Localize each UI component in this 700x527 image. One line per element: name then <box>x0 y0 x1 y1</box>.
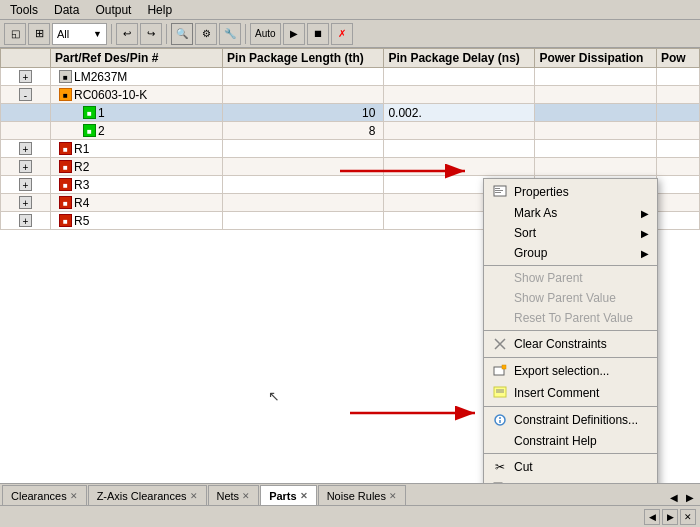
table-row[interactable]: ■ 1 10 0.002. <box>1 104 700 122</box>
ctx-label: Sort <box>514 226 536 240</box>
toolbar-btn-3[interactable]: ↩ <box>116 23 138 45</box>
menu-tools[interactable]: Tools <box>2 1 46 19</box>
expand-btn[interactable]: + <box>19 70 32 83</box>
table-row[interactable]: + ■ LM2637M <box>1 68 700 86</box>
submenu-arrow-icon: ▶ <box>641 228 649 239</box>
toolbar-btn-auto[interactable]: Auto <box>250 23 281 45</box>
ctx-label: Show Parent <box>514 271 583 285</box>
part-cell: ■ R1 <box>55 142 218 156</box>
col-delay: Pin Package Delay (ns) <box>384 49 535 68</box>
part-icon: ■ <box>59 70 72 83</box>
tab-x-icon[interactable]: ✕ <box>242 491 250 501</box>
status-icons: ◀ ▶ ✕ <box>644 509 696 525</box>
part-name: R2 <box>74 160 89 174</box>
toolbar: ◱ ⊞ All▼ ↩ ↪ 🔍 ⚙ 🔧 Auto ▶ ⏹ ✗ <box>0 20 700 48</box>
res-icon: ■ <box>59 160 72 173</box>
toolbar-btn-1[interactable]: ◱ <box>4 23 26 45</box>
expand-btn[interactable]: - <box>19 88 32 101</box>
cursor: ↖ <box>268 388 280 404</box>
pin-name: 2 <box>98 124 105 138</box>
ctx-item-export-selection[interactable]: Export selection... <box>484 360 657 382</box>
toolbar-btn-4[interactable]: ↪ <box>140 23 162 45</box>
part-cell: ■ R3 <box>55 178 218 192</box>
col-power: Power Dissipation <box>535 49 657 68</box>
status-btn-2[interactable]: ▶ <box>662 509 678 525</box>
expand-btn[interactable]: + <box>19 214 32 227</box>
table-row[interactable]: ■ 2 8 <box>1 122 700 140</box>
part-cell: ■ RC0603-10-K <box>55 88 218 102</box>
tab-clearances[interactable]: Clearances ✕ <box>2 485 87 505</box>
pin-icon: ■ <box>83 106 96 119</box>
status-btn-1[interactable]: ◀ <box>644 509 660 525</box>
ctx-label: Export selection... <box>514 364 609 378</box>
tab-x-icon[interactable]: ✕ <box>70 491 78 501</box>
ctx-item-copy[interactable]: Copy <box>484 478 657 483</box>
properties-icon <box>492 184 508 200</box>
ctx-item-reset-parent-value[interactable]: Reset To Parent Value <box>484 308 657 328</box>
ctx-item-constraint-help[interactable]: Constraint Help <box>484 431 657 451</box>
toolbar-btn-7[interactable]: 🔧 <box>219 23 241 45</box>
status-btn-3[interactable]: ✕ <box>680 509 696 525</box>
ctx-label: Properties <box>514 185 569 199</box>
menu-output[interactable]: Output <box>87 1 139 19</box>
cut-icon: ✂ <box>492 459 508 475</box>
ctx-label: Clear Constraints <box>514 337 607 351</box>
table-row[interactable]: - ■ RC0603-10-K <box>1 86 700 104</box>
ctx-item-sort[interactable]: Sort ▶ <box>484 223 657 243</box>
res-icon: ■ <box>59 178 72 191</box>
part-cell: ■ R2 <box>55 160 218 174</box>
tab-x-icon[interactable]: ✕ <box>300 491 308 501</box>
toolbar-btn-8[interactable]: ▶ <box>283 23 305 45</box>
tab-noise-rules[interactable]: Noise Rules ✕ <box>318 485 406 505</box>
svg-point-12 <box>499 417 501 419</box>
toolbar-btn-5[interactable]: 🔍 <box>171 23 193 45</box>
bottom-tabs: Clearances ✕ Z-Axis Clearances ✕ Nets ✕ … <box>0 483 700 505</box>
menu-help[interactable]: Help <box>139 1 180 19</box>
expand-btn[interactable]: + <box>19 142 32 155</box>
ctx-item-insert-comment[interactable]: Insert Comment <box>484 382 657 404</box>
ctx-item-show-parent-value[interactable]: Show Parent Value <box>484 288 657 308</box>
tab-parts[interactable]: Parts ✕ <box>260 485 317 505</box>
ctx-item-show-parent[interactable]: Show Parent <box>484 268 657 288</box>
tab-z-axis[interactable]: Z-Axis Clearances ✕ <box>88 485 207 505</box>
part-name: R4 <box>74 196 89 210</box>
scroll-right-btn[interactable]: ▶ <box>682 490 698 505</box>
tab-x-icon[interactable]: ✕ <box>389 491 397 501</box>
expand-btn[interactable]: + <box>19 196 32 209</box>
svg-rect-3 <box>495 188 500 189</box>
ctx-item-properties[interactable]: Properties <box>484 181 657 203</box>
menu-data[interactable]: Data <box>46 1 87 19</box>
pin-cell: ■ 2 <box>55 124 218 138</box>
tab-x-icon[interactable]: ✕ <box>190 491 198 501</box>
ctx-label: Cut <box>514 460 533 474</box>
ctx-label: Constraint Help <box>514 434 597 448</box>
toolbar-btn-6[interactable]: ⚙ <box>195 23 217 45</box>
toolbar-btn-10[interactable]: ✗ <box>331 23 353 45</box>
svg-rect-7 <box>502 365 506 369</box>
res-icon: ■ <box>59 214 72 227</box>
ctx-label: Insert Comment <box>514 386 599 400</box>
ctx-item-cut[interactable]: ✂ Cut <box>484 456 657 478</box>
export-icon <box>492 363 508 379</box>
expand-btn[interactable]: + <box>19 160 32 173</box>
col-length: Pin Package Length (th) <box>223 49 384 68</box>
ctx-item-mark-as[interactable]: Mark As ▶ <box>484 203 657 223</box>
ctx-item-group[interactable]: Group ▶ <box>484 243 657 263</box>
scroll-left-btn[interactable]: ◀ <box>666 490 682 505</box>
status-bar: ◀ ▶ ✕ <box>0 505 700 527</box>
pin-cell: ■ 1 <box>55 106 218 120</box>
table-row[interactable]: + ■ R1 <box>1 140 700 158</box>
svg-rect-4 <box>495 190 503 191</box>
toolbar-btn-2[interactable]: ⊞ <box>28 23 50 45</box>
pin-icon: ■ <box>83 124 96 137</box>
ctx-item-constraint-definitions[interactable]: Constraint Definitions... <box>484 409 657 431</box>
col-pow2: Pow <box>656 49 699 68</box>
ctx-label: Mark As <box>514 206 557 220</box>
svg-rect-5 <box>495 192 501 193</box>
expand-btn[interactable]: + <box>19 178 32 191</box>
toolbar-btn-9[interactable]: ⏹ <box>307 23 329 45</box>
ctx-item-clear-constraints[interactable]: Clear Constraints <box>484 333 657 355</box>
clear-constraints-icon <box>492 336 508 352</box>
tab-nets[interactable]: Nets ✕ <box>208 485 260 505</box>
toolbar-dropdown[interactable]: All▼ <box>52 23 107 45</box>
